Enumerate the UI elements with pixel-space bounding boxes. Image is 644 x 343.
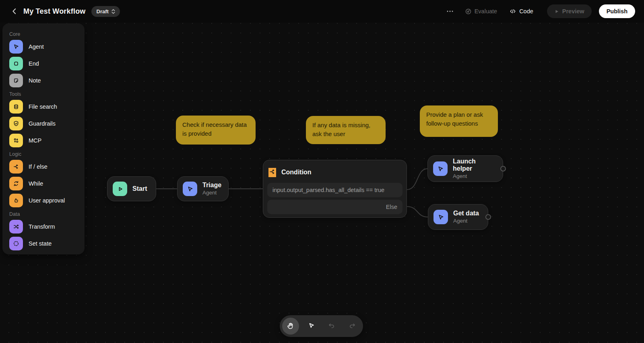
section-label-core: Core (9, 31, 85, 37)
code-brackets-icon (509, 8, 516, 14)
end-square-icon (9, 57, 23, 70)
database-icon (9, 100, 23, 114)
workflow-title: My Test Workflow (23, 7, 86, 16)
cursor-icon (307, 322, 316, 331)
undo-button[interactable] (323, 318, 340, 335)
node-subtitle: Agent (453, 173, 495, 180)
chevron-up-down-icon (111, 8, 116, 14)
code-button[interactable]: Code (505, 6, 537, 17)
condition-expression-row[interactable]: input.output_parsed.has_all_details == t… (267, 183, 402, 197)
palette-item-label: If / else (29, 163, 47, 170)
header-actions: Evaluate Code Preview Publish (443, 4, 635, 18)
status-selector[interactable]: Draft (91, 6, 120, 17)
palette-item-file-search[interactable]: File search (6, 100, 81, 114)
canvas-toolbar (280, 315, 363, 337)
code-label: Code (519, 8, 533, 14)
section-label-logic: Logic (9, 151, 85, 157)
branch-icon (9, 160, 23, 174)
evaluate-button[interactable]: Evaluate (461, 6, 501, 17)
palette-item-set-state[interactable]: Set state (6, 237, 81, 250)
palette-item-transform[interactable]: Transform (6, 220, 81, 233)
start-node[interactable]: Start (107, 176, 156, 201)
section-label-tools: Tools (9, 91, 85, 97)
play-icon (554, 9, 559, 14)
preview-button[interactable]: Preview (547, 4, 592, 18)
undo-icon (327, 322, 336, 331)
mcp-circles-icon (9, 134, 23, 147)
ellipsis-icon (446, 8, 454, 15)
publish-button[interactable]: Publish (599, 4, 635, 18)
evaluate-gauge-icon (465, 8, 472, 15)
section-label-data: Data (9, 211, 85, 217)
branch-icon (268, 168, 276, 177)
palette-item-label: File search (29, 103, 57, 110)
loop-icon (9, 177, 23, 190)
palette-item-label: Agent (29, 43, 44, 50)
get-data-agent-node[interactable]: Get data Agent (428, 204, 488, 230)
node-title: Launch helper (453, 158, 495, 173)
condition-else-row[interactable]: Else (267, 200, 402, 214)
top-bar: My Test Workflow Draft Evaluate Code (0, 0, 644, 23)
palette-item-user-approval[interactable]: User approval (6, 194, 81, 207)
pan-hand-tool[interactable] (282, 318, 299, 335)
palette-item-label: Guardrails (29, 120, 56, 127)
launch-helper-agent-node[interactable]: Launch helper Agent (427, 155, 503, 182)
thumbs-icon (9, 194, 23, 207)
palette-item-label: Set state (29, 240, 52, 247)
palette-item-guardrails[interactable]: Guardrails (6, 117, 81, 130)
agent-cursor-icon (9, 40, 23, 54)
node-title: Condition (281, 169, 312, 176)
sticky-note[interactable]: Provide a plan or ask follow-up question… (420, 105, 498, 137)
triage-agent-node[interactable]: Triage Agent (177, 176, 229, 201)
back-button[interactable] (9, 6, 20, 17)
note-icon (9, 74, 23, 87)
palette-item-label: End (29, 60, 39, 67)
output-port[interactable] (485, 214, 491, 220)
node-title: Triage (202, 182, 221, 189)
start-play-icon (113, 182, 127, 196)
dashed-circle-icon (9, 237, 23, 250)
hand-icon (286, 322, 295, 331)
palette-item-label: While (29, 180, 43, 187)
agent-cursor-icon (433, 161, 448, 176)
preview-label: Preview (562, 8, 584, 14)
node-subtitle: Agent (202, 190, 221, 196)
palette-item-label: User approval (29, 197, 65, 204)
palette-item-end[interactable]: End (6, 57, 81, 70)
node-palette: Core Agent End Note Tools File search (2, 23, 85, 254)
palette-item-while[interactable]: While (6, 177, 81, 190)
evaluate-label: Evaluate (475, 8, 497, 14)
node-title: Get data (453, 210, 479, 217)
chevron-left-icon (10, 7, 19, 15)
agent-cursor-icon (183, 182, 197, 196)
palette-item-agent[interactable]: Agent (6, 40, 81, 54)
condition-header: Condition (267, 164, 402, 180)
sticky-note[interactable]: Check if necessary data is provided (176, 116, 256, 145)
palette-item-label: MCP (29, 137, 41, 144)
select-cursor-tool[interactable] (303, 318, 320, 335)
palette-item-if-else[interactable]: If / else (6, 160, 81, 174)
palette-item-mcp[interactable]: MCP (6, 134, 81, 147)
palette-item-label: Note (29, 77, 41, 84)
redo-button[interactable] (344, 318, 361, 335)
agent-cursor-icon (433, 210, 448, 224)
palette-item-label: Transform (29, 223, 55, 230)
node-title: Start (132, 185, 147, 192)
sticky-note[interactable]: If any data is missing, ask the user (306, 116, 386, 144)
more-options-button[interactable] (443, 5, 457, 17)
condition-node[interactable]: Condition input.output_parsed.has_all_de… (263, 160, 407, 218)
output-port[interactable] (500, 166, 506, 172)
node-subtitle: Agent (453, 218, 479, 224)
palette-item-note[interactable]: Note (6, 74, 81, 87)
shield-check-icon (9, 117, 23, 130)
shuffle-icon (9, 220, 23, 233)
status-badge: Draft (97, 8, 109, 14)
redo-icon (348, 322, 357, 331)
